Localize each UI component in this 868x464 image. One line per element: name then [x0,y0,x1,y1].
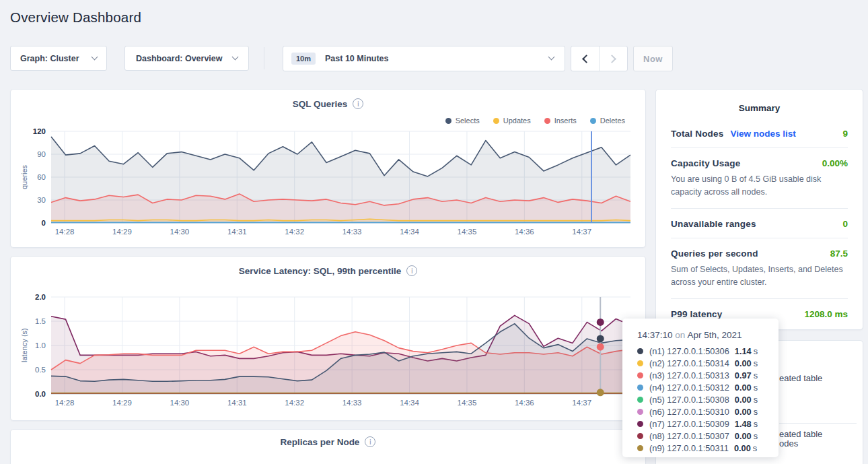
replicas-per-node-panel: Replicas per Node i [10,429,646,464]
node-color-dot [637,397,643,403]
queries-per-second-value: 87.5 [830,248,848,259]
node-address: (n7) 127.0.0.1:50309 [649,419,729,429]
event-text-fragment: eated table [779,373,822,383]
x-tick-label: 14:35 [458,228,477,236]
chart-hover-tooltip: 14:37:10 on Apr 5th, 2021 (n1) 127.0.0.1… [622,319,779,457]
x-tick-label: 14:31 [227,399,247,407]
node-latency-unit: s [754,407,758,417]
y-tick-label: 90 [37,150,46,158]
legend-label: Selects [456,117,480,125]
x-tick-label: 14:33 [342,399,362,407]
summary-row-unavailable-ranges: Unavailable ranges 0 [671,209,848,238]
tooltip-row: (n8) 127.0.0.1:503070.00s [637,430,765,442]
service-latency-chart[interactable]: 14:2814:2914:3014:3114:3214:3314:3414:35… [16,289,641,417]
now-button[interactable]: Now [633,46,673,71]
node-color-dot [637,421,643,427]
y-tick-label: 0.5 [35,366,46,374]
legend-item-selects[interactable]: Selects [445,117,480,125]
chevron-right-icon [608,55,616,63]
controls-divider [264,47,264,69]
node-latency-value: 1.48 [735,419,752,429]
queries-per-second-description: Sum of Selects, Updates, Inserts, and De… [671,263,848,290]
event-text-fragment: eated table [779,429,822,439]
node-address: (n1) 127.0.0.1:50306 [649,346,729,356]
tooltip-row: (n2) 127.0.0.1:503140.00s [637,357,765,369]
time-range-badge: 10m [291,53,316,65]
sql-queries-chart[interactable]: 14:2814:2914:3014:3114:3214:3314:3414:35… [16,129,641,243]
time-step-forward-button[interactable] [599,46,627,71]
node-address: (n6) 127.0.0.1:50310 [649,407,729,417]
chevron-down-icon [232,54,239,61]
x-tick-label: 14:29 [112,228,132,236]
crosshair-dot [597,335,604,342]
total-nodes-value: 9 [842,129,848,139]
crosshair-dot [597,389,604,396]
legend-item-updates[interactable]: Updates [493,117,531,125]
event-text-fragment: odes [779,438,798,449]
time-range-dropdown[interactable]: 10m Past 10 Minutes [283,46,565,71]
info-icon[interactable]: i [353,98,363,109]
tooltip-row: (n5) 127.0.0.1:503080.00s [637,393,765,405]
capacity-usage-description: You are using 0 B of 4.5 GiB usable disk… [671,173,848,199]
node-latency-value: 0.00 [735,395,752,405]
service-latency-chart-title: Service Latency: SQL, 99th percentile [239,266,402,276]
events-divider [779,423,857,424]
x-tick-label: 14:32 [285,228,304,236]
chevron-down-icon [548,54,555,61]
node-latency-value: 1.14 [735,346,752,356]
info-icon[interactable]: i [406,265,417,276]
time-step-back-button[interactable] [571,46,599,71]
legend-dot [445,118,451,124]
x-tick-label: 14:28 [55,228,75,236]
x-tick-label: 14:37 [572,399,591,407]
summary-title: Summary [656,103,863,113]
node-color-dot [637,360,643,366]
overview-dashboard-page: Overview Dashboard Graph: Cluster Dashbo… [0,0,868,464]
legend-item-inserts[interactable]: Inserts [544,117,577,125]
tooltip-date: Apr 5th, 2021 [687,330,742,340]
summary-row-queries-per-second: Queries per second 87.5 Sum of Selects, … [671,238,848,299]
service-latency-panel: Service Latency: SQL, 99th percentile i … [10,256,646,421]
x-tick-label: 14:33 [342,228,362,236]
node-latency-unit: s [754,346,758,356]
dashboard-selector-dropdown[interactable]: Dashboard: Overview [124,46,249,71]
x-tick-label: 14:29 [112,399,132,407]
node-latency-value: 0.00 [735,407,752,417]
time-step-buttons [571,46,628,71]
legend-label: Deletes [600,117,625,125]
view-nodes-list-link[interactable]: View nodes list [730,129,795,139]
node-latency-unit: s [754,358,758,368]
tooltip-row: (n7) 127.0.0.1:503091.48s [637,418,765,430]
y-tick-label: 1.5 [35,317,46,325]
node-latency-unit: s [754,419,758,429]
capacity-usage-label: Capacity Usage [671,158,740,168]
tooltip-row: (n4) 127.0.0.1:503120.00s [637,381,765,393]
x-tick-label: 14:30 [170,399,189,407]
node-color-dot [637,409,643,415]
unavailable-ranges-label: Unavailable ranges [671,219,756,229]
node-address: (n9) 127.0.0.1:50311 [649,443,729,453]
dashboard-selector-label: Dashboard: Overview [136,54,223,63]
node-color-dot [637,445,643,451]
time-range-label: Past 10 Minutes [325,54,388,63]
node-color-dot [637,385,643,391]
sql-queries-chart-title: SQL Queries [293,99,348,109]
x-tick-label: 14:32 [285,399,304,407]
node-latency-value: 0.00 [735,431,752,441]
queries-per-second-label: Queries per second [671,248,758,259]
capacity-usage-value: 0.00% [822,158,848,168]
chevron-down-icon [92,54,98,61]
node-latency-value: 0.00 [734,443,751,453]
info-icon[interactable]: i [365,436,375,447]
graph-selector-dropdown[interactable]: Graph: Cluster [10,46,107,71]
tooltip-timestamp: 14:37:10 on Apr 5th, 2021 [637,330,765,340]
legend-item-deletes[interactable]: Deletes [590,117,625,125]
crosshair-dot [597,343,604,351]
node-address: (n2) 127.0.0.1:50314 [649,358,729,368]
tooltip-row: (n6) 127.0.0.1:503100.00s [637,405,765,418]
y-tick-label: 0 [42,219,46,227]
node-color-dot [637,433,643,439]
p99-latency-label: P99 latency [671,309,723,319]
tooltip-row: (n3) 127.0.0.1:503130.97s [637,369,765,381]
node-latency-unit: s [754,395,758,405]
